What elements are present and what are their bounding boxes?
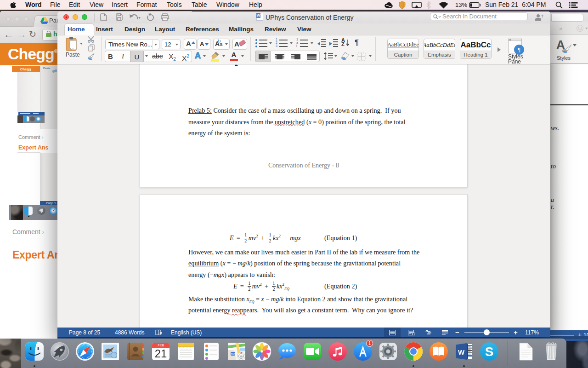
svg-text:S: S [485, 345, 494, 359]
svg-text:3D: 3D [239, 355, 243, 358]
svg-text:W: W [458, 348, 465, 356]
svg-text:FEB: FEB [158, 344, 164, 347]
svg-text:280: 280 [231, 353, 235, 356]
svg-text:21: 21 [155, 347, 167, 360]
